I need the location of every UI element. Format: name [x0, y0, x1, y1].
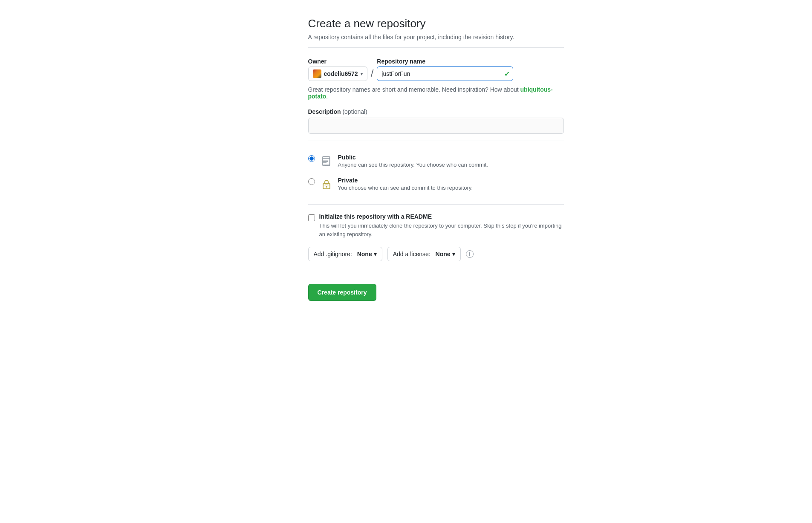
init-desc: This will let you immediately clone the …: [319, 222, 564, 238]
visibility-private-radio[interactable]: [308, 178, 315, 185]
visibility-section: Public Anyone can see this repository. Y…: [308, 150, 564, 196]
visibility-public-content: Public Anyone can see this repository. Y…: [338, 154, 564, 168]
suggestion-text-before: Great repository names are short and mem…: [308, 86, 520, 93]
create-repository-button[interactable]: Create repository: [308, 284, 376, 301]
visibility-public-radio[interactable]: [308, 155, 315, 162]
submit-section: Create repository: [308, 284, 564, 301]
owner-repo-row: Owner codeliu6572 ▾ / Repository name ✔: [308, 58, 564, 81]
public-book-icon: [320, 154, 333, 168]
repo-name-wrapper: ✔: [377, 66, 513, 81]
description-label: Description (optional): [308, 108, 564, 115]
suggestion-text-after: .: [326, 93, 328, 100]
repo-name-input[interactable]: [377, 66, 513, 81]
owner-avatar: [313, 69, 321, 78]
init-checkbox[interactable]: [308, 214, 315, 221]
svg-point-10: [326, 186, 327, 188]
owner-label: Owner: [308, 58, 367, 65]
gitignore-arrow: ▾: [374, 251, 377, 257]
init-option: Initialize this repository with a README…: [308, 213, 564, 238]
visibility-private-content: Private You choose who can see and commi…: [338, 177, 564, 191]
gitignore-label: Add .gitignore:: [314, 251, 352, 257]
init-section: Initialize this repository with a README…: [308, 213, 564, 261]
repo-name-label: Repository name: [377, 58, 513, 65]
init-content: Initialize this repository with a README…: [319, 213, 564, 238]
gitignore-dropdown[interactable]: Add .gitignore: None ▾: [308, 247, 382, 261]
owner-dropdown[interactable]: codeliu6572 ▾: [308, 66, 367, 81]
gitignore-value: None: [357, 251, 372, 257]
license-dropdown[interactable]: Add a license: None ▾: [387, 247, 461, 261]
visibility-private-desc: You choose who can see and commit to thi…: [338, 185, 564, 191]
owner-username: codeliu6572: [324, 70, 358, 77]
owner-field-group: Owner codeliu6572 ▾: [308, 58, 367, 81]
description-section: Description (optional): [308, 108, 564, 134]
page-subtitle: A repository contains all the files for …: [308, 34, 564, 40]
separator: /: [371, 67, 374, 81]
visibility-public-title: Public: [338, 154, 564, 161]
info-icon[interactable]: i: [466, 250, 474, 258]
license-label: Add a license:: [393, 251, 431, 257]
visibility-public-option: Public Anyone can see this repository. Y…: [308, 150, 564, 173]
divider-init: [308, 204, 564, 205]
license-arrow: ▾: [452, 251, 455, 257]
extras-row: Add .gitignore: None ▾ Add a license: No…: [308, 247, 564, 261]
suggestion-text: Great repository names are short and mem…: [308, 86, 564, 100]
private-lock-icon: [320, 177, 333, 191]
description-input[interactable]: [308, 118, 564, 134]
license-value: None: [436, 251, 451, 257]
checkmark-icon: ✔: [504, 70, 510, 78]
divider-bottom: [308, 270, 564, 270]
owner-dropdown-arrow: ▾: [361, 72, 363, 76]
page-title: Create a new repository: [308, 17, 564, 30]
description-optional-label: (optional): [342, 108, 367, 115]
init-title: Initialize this repository with a README: [319, 213, 564, 220]
description-label-text: Description: [308, 108, 341, 115]
visibility-private-title: Private: [338, 177, 564, 184]
divider-visibility: [308, 141, 564, 141]
repo-name-field-group: Repository name ✔: [377, 58, 513, 81]
visibility-public-desc: Anyone can see this repository. You choo…: [338, 162, 564, 168]
divider-top: [308, 47, 564, 48]
visibility-private-option: Private You choose who can see and commi…: [308, 173, 564, 196]
